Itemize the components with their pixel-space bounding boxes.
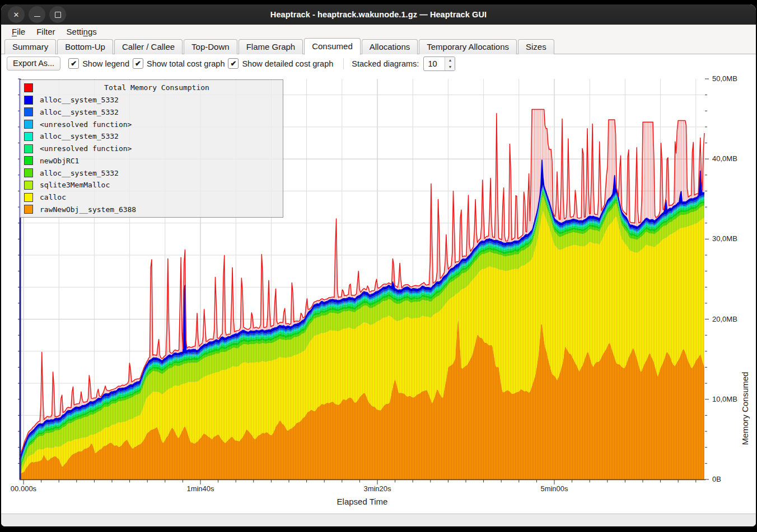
x-axis-tick-label: 5min00s: [526, 484, 582, 493]
legend-label: sqlite3MemMalloc: [40, 181, 110, 189]
title-bar[interactable]: ✕ Heaptrack - heaptrack.wakunode.1.gz — …: [1, 4, 756, 25]
legend-title-row: Total Memory Consumption: [22, 82, 281, 93]
legend-swatch: [24, 205, 33, 214]
legend-label: alloc__system_5332: [40, 132, 119, 140]
tab-caller-callee[interactable]: Caller / Callee: [114, 39, 183, 54]
minimize-icon: [34, 16, 40, 17]
tab-consumed[interactable]: Consumed: [304, 38, 361, 55]
status-bar: [1, 514, 756, 526]
legend-item: alloc__system_5332: [22, 167, 281, 178]
legend-label: <unresolved function>: [40, 144, 132, 153]
y-axis-tick-label: 10,0MB: [712, 395, 737, 403]
window-title: Heaptrack - heaptrack.wakunode.1.gz — He…: [270, 10, 487, 19]
legend-swatch: [24, 107, 33, 116]
legend-label: alloc__system_5332: [40, 108, 119, 116]
close-button[interactable]: ✕: [8, 6, 25, 23]
chart-pane: Total Memory Consumptionalloc__system_53…: [1, 73, 756, 514]
stacked-diagrams-value[interactable]: 10: [424, 57, 445, 70]
x-axis-tick-label: 00.000s: [1, 484, 52, 493]
legend-swatch: [24, 181, 33, 190]
checkmark-icon: ✔: [133, 58, 143, 69]
maximize-button[interactable]: [49, 6, 66, 23]
checkbox-label: Show total cost graph: [147, 59, 225, 68]
y-axis-tick-label: 40,0MB: [712, 154, 737, 163]
chart-legend: Total Memory Consumptionalloc__system_53…: [20, 79, 283, 218]
checkmark-icon: ✔: [68, 58, 79, 69]
tab-top-down[interactable]: Top-Down: [184, 39, 237, 54]
checkmark-icon: ✔: [228, 58, 239, 69]
legend-item: sqlite3MemMalloc: [22, 180, 281, 191]
x-axis-tick-label: 3min20s: [349, 484, 405, 493]
toolbar: Export As... ✔Show legend✔Show total cos…: [1, 54, 756, 73]
toolbar-separator: [343, 58, 344, 69]
tab-temporary-allocations[interactable]: Temporary Allocations: [419, 39, 517, 54]
legend-title: Total Memory Consumption: [33, 83, 281, 92]
legend-swatch-total: [24, 83, 33, 92]
menu-bar: FileFilterSettings: [1, 25, 756, 38]
legend-item: calloc: [22, 192, 281, 203]
legend-item: <unresolved function>: [22, 119, 281, 130]
tab-allocations[interactable]: Allocations: [362, 39, 418, 54]
menu-file[interactable]: File: [7, 26, 30, 37]
tab-flame-graph[interactable]: Flame Graph: [239, 39, 303, 54]
menu-filter[interactable]: Filter: [31, 26, 60, 37]
stacked-diagrams-spinner[interactable]: 10 ▲ ▼: [423, 57, 455, 71]
minimize-button[interactable]: [29, 6, 45, 23]
tab-summary[interactable]: Summary: [4, 39, 56, 54]
heaptrack-window: ✕ Heaptrack - heaptrack.wakunode.1.gz — …: [1, 4, 756, 526]
checkbox-label: Show detailed cost graph: [242, 59, 333, 68]
checkbox-show-detailed-cost-graph[interactable]: ✔Show detailed cost graph: [228, 58, 333, 69]
checkbox-show-total-cost-graph[interactable]: ✔Show total cost graph: [133, 58, 225, 69]
legend-swatch: [24, 96, 33, 105]
legend-swatch: [24, 120, 33, 129]
y-axis-tick-label: 30,0MB: [712, 234, 737, 243]
tab-sizes[interactable]: Sizes: [518, 39, 554, 54]
legend-swatch: [24, 168, 33, 177]
legend-label: <unresolved function>: [40, 120, 132, 129]
legend-item: alloc__system_5332: [22, 131, 281, 142]
legend-label: rawNewObj__system_6388: [40, 205, 136, 214]
tab-bottom-up[interactable]: Bottom-Up: [57, 39, 113, 54]
stacked-diagrams-label: Stacked diagrams:: [352, 59, 419, 68]
legend-label: alloc__system_5332: [40, 96, 119, 104]
legend-swatch: [24, 144, 33, 153]
legend-label: alloc__system_5332: [40, 169, 119, 177]
spinner-down-button[interactable]: ▼: [445, 64, 455, 70]
legend-item: alloc__system_5332: [22, 106, 281, 117]
y-axis-tick-label: 20,0MB: [712, 315, 737, 323]
spinner-up-button[interactable]: ▲: [445, 57, 455, 64]
legend-swatch: [24, 193, 33, 202]
x-axis-tick-label: 1min40s: [172, 484, 228, 493]
legend-item: newObjRC1: [22, 155, 281, 166]
y-axis-tick-label: 50,0MB: [712, 74, 737, 83]
close-icon: ✕: [13, 11, 20, 19]
y-axis-tick-label: 0B: [712, 475, 721, 483]
legend-swatch: [24, 156, 33, 165]
checkbox-show-legend[interactable]: ✔Show legend: [68, 58, 129, 69]
x-axis-title: Elapsed Time: [1, 497, 723, 506]
menu-settings[interactable]: Settings: [62, 26, 102, 37]
legend-item: rawNewObj__system_6388: [22, 204, 281, 215]
maximize-icon: [55, 12, 61, 18]
tab-bar: SummaryBottom-UpCaller / CalleeTop-DownF…: [1, 38, 756, 54]
legend-item: <unresolved function>: [22, 143, 281, 154]
legend-label: newObjRC1: [40, 157, 79, 165]
legend-swatch: [24, 132, 33, 141]
export-as-button[interactable]: Export As...: [7, 57, 60, 70]
legend-label: calloc: [40, 193, 66, 201]
y-axis-title: Memory Consumed: [740, 330, 750, 487]
checkbox-label: Show legend: [82, 59, 129, 68]
legend-item: alloc__system_5332: [22, 95, 281, 106]
